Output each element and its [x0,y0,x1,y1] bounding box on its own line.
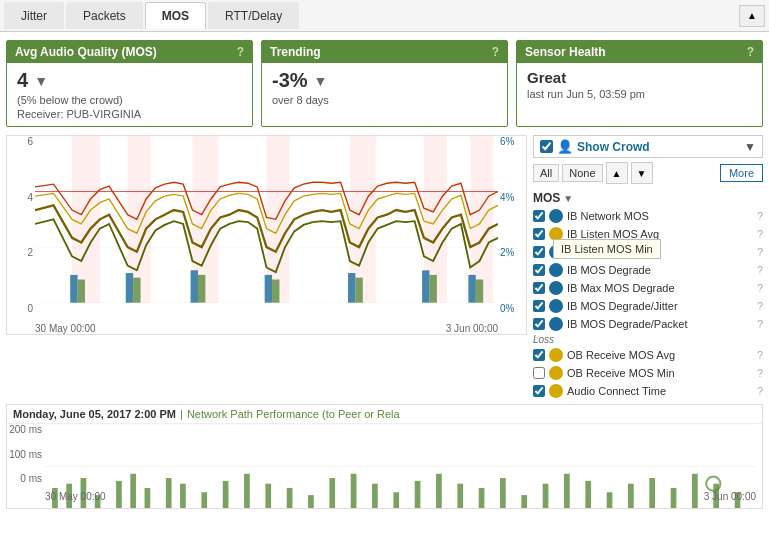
svg-rect-16 [348,273,355,303]
mos-item-0-checkbox[interactable] [533,210,545,222]
mos-item-0-color-icon [549,209,563,223]
crowd-label: Show Crowd [577,140,740,154]
right-panel: 👤 Show Crowd ▼ All None ▲ ▼ More MOS ▼ I… [533,135,763,400]
crowd-dropdown-button[interactable]: ▼ [744,140,756,154]
show-crowd-checkbox[interactable] [540,140,553,153]
mos-item-8-help[interactable]: ? [757,367,763,379]
mos-item-6-help[interactable]: ? [757,318,763,330]
svg-rect-13 [126,273,133,303]
mos-item-8-color-icon [549,366,563,380]
mos-item-8-label: OB Receive MOS Min [567,367,753,379]
trending-value: -3% [272,69,308,92]
mos-item-3-help[interactable]: ? [757,264,763,276]
mos-item-9-color-icon [549,384,563,398]
filter-row: All None ▲ ▼ More [533,162,763,184]
more-button[interactable]: More [720,164,763,182]
trending-title: Trending [270,45,321,59]
mos-item-2-checkbox[interactable] [533,246,545,258]
avg-audio-sub2: Receiver: PUB-VIRGINIA [17,108,242,120]
tab-rtt[interactable]: RTT/Delay [208,2,299,29]
filter-all-button[interactable]: All [533,164,559,182]
svg-rect-20 [133,278,140,303]
bottom-chart-label: Network Path Performance (to Peer or Rel… [187,408,400,420]
mos-item-2-label: IB Listen MOS Min [567,246,753,258]
trending-sub1: over 8 days [272,94,497,106]
mos-item-4-checkbox[interactable] [533,282,545,294]
trending-arrow: ▼ [314,73,328,89]
mos-item-5-checkbox[interactable] [533,300,545,312]
filter-up-button[interactable]: ▲ [606,162,628,184]
sensor-health-header: Sensor Health ? [517,41,762,63]
mos-item-2-color-icon [549,245,563,259]
bottom-chart-container: Monday, June 05, 2017 2:00 PM | Network … [6,404,763,509]
mos-item-1: IB Listen MOS Avg ? [533,225,763,243]
avg-audio-arrow: ▼ [34,73,48,89]
bottom-chart-separator: | [180,408,183,420]
avg-audio-sub1: (5% below the crowd) [17,94,242,106]
mos-item-4-label: IB Max MOS Degrade [567,282,753,294]
chart-svg [35,136,498,303]
bottom-chart-date: Monday, June 05, 2017 2:00 PM [13,408,176,420]
avg-audio-card: Avg Audio Quality (MOS) ? 4 ▼ (5% below … [6,40,253,127]
bottom-chart-x-labels: 30 May 00:00 3 Jun 00:00 [45,491,756,502]
avg-audio-help-icon[interactable]: ? [237,45,244,59]
mos-item-0-label: IB Network MOS [567,210,753,222]
tab-packets[interactable]: Packets [66,2,143,29]
avg-audio-header: Avg Audio Quality (MOS) ? [7,41,252,63]
mos-item-1-checkbox[interactable] [533,228,545,240]
svg-rect-19 [78,280,85,303]
avg-audio-title: Avg Audio Quality (MOS) [15,45,157,59]
mos-item-4-help[interactable]: ? [757,282,763,294]
mos-item-9: Audio Connect Time ? [533,382,763,400]
collapse-button[interactable]: ▲ [739,5,765,27]
avg-audio-value: 4 [17,69,28,92]
main-area: 6 4 2 0 6% 4% 2% 0% [0,135,769,400]
chart-x-labels: 30 May 00:00 3 Jun 00:00 [35,323,498,334]
mos-item-7-label: OB Receive MOS Avg [567,349,753,361]
mos-item-7: OB Receive MOS Avg ? [533,346,763,364]
bottom-chart-body: 200 ms 100 ms 0 ms [7,424,762,502]
mos-item-2-help[interactable]: ? [757,246,763,258]
svg-rect-14 [191,270,198,302]
mos-item-6-color-icon [549,317,563,331]
mos-item-8-checkbox[interactable] [533,367,545,379]
mos-item-0-help[interactable]: ? [757,210,763,222]
mos-item-3: IB MOS Degrade ? IB Listen MOS Min [533,261,763,279]
mos-item-9-label: Audio Connect Time [567,385,753,397]
mos-section: MOS ▼ IB Network MOS ? IB Listen MOS Avg… [533,188,763,400]
mos-item-5-color-icon [549,299,563,313]
bottom-chart-header: Monday, June 05, 2017 2:00 PM | Network … [7,405,762,424]
trending-help-icon[interactable]: ? [492,45,499,59]
mos-item-9-checkbox[interactable] [533,385,545,397]
filter-none-button[interactable]: None [562,164,602,182]
filter-down-button[interactable]: ▼ [631,162,653,184]
mos-item-9-help[interactable]: ? [757,385,763,397]
mos-item-5-help[interactable]: ? [757,300,763,312]
main-chart: 6 4 2 0 6% 4% 2% 0% [6,135,527,335]
sensor-health-sub1: last run Jun 5, 03:59 pm [527,88,752,100]
mos-item-7-checkbox[interactable] [533,349,545,361]
sensor-health-help-icon[interactable]: ? [747,45,754,59]
summary-row: Avg Audio Quality (MOS) ? 4 ▼ (5% below … [0,32,769,135]
mos-item-7-help[interactable]: ? [757,349,763,361]
mos-item-6-label: IB MOS Degrade/Packet [567,318,753,330]
mos-section-title: MOS ▼ [533,188,763,207]
show-crowd-row: 👤 Show Crowd ▼ [533,135,763,158]
tabs-bar: Jitter Packets MOS RTT/Delay ▲ [0,0,769,32]
svg-rect-18 [468,275,475,303]
trending-card: Trending ? -3% ▼ over 8 days [261,40,508,127]
svg-rect-12 [70,275,77,303]
bottom-chart-y-labels: 200 ms 100 ms 0 ms [7,424,45,484]
mos-item-4-color-icon [549,281,563,295]
tab-jitter[interactable]: Jitter [4,2,64,29]
svg-rect-15 [265,275,272,303]
tab-mos[interactable]: MOS [145,2,206,29]
svg-rect-24 [429,275,436,303]
svg-rect-23 [355,278,362,303]
mos-item-3-checkbox[interactable] [533,264,545,276]
svg-rect-22 [272,280,279,303]
mos-item-1-help[interactable]: ? [757,228,763,240]
trending-header: Trending ? [262,41,507,63]
mos-item-6-checkbox[interactable] [533,318,545,330]
sensor-health-title: Sensor Health [525,45,606,59]
